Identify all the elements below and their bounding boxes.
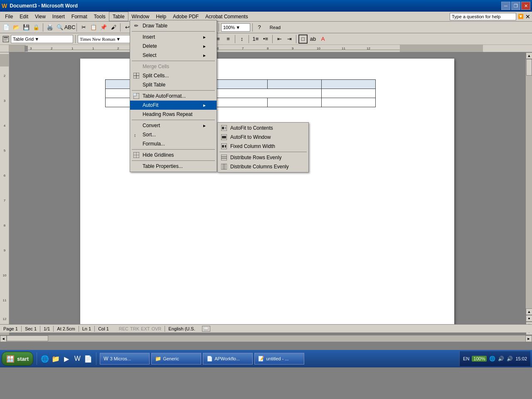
minimize-button[interactable]: ─ [501, 2, 510, 10]
menu-draw-table[interactable]: ✏ Draw Table [130, 21, 217, 30]
font-dropdown[interactable]: Times New Roman ▼ [78, 35, 136, 43]
menu-insert[interactable]: Insert ► [130, 32, 217, 42]
svg-text:11: 11 [2, 298, 6, 302]
table-cell[interactable] [322, 98, 376, 107]
taskbar-acrobat-icon[interactable]: 📄 [84, 354, 93, 363]
scroll-page-up[interactable]: ▲ [526, 308, 532, 315]
taskbar-media-icon[interactable]: ▶ [62, 354, 71, 363]
hscroll-left-btn[interactable]: ◄ [0, 335, 7, 342]
permission-button[interactable]: 🔒 [32, 23, 41, 32]
numbered-list-button[interactable]: 1≡ [251, 34, 260, 44]
menu-autofit-window[interactable]: AutoFit to Window [218, 133, 308, 142]
status-sep1 [21, 326, 22, 332]
menu-fixed-column-width[interactable]: Fixed Column Width [218, 142, 308, 151]
insert-icon [133, 33, 140, 41]
open-button[interactable]: 📂 [12, 23, 21, 32]
table-cell[interactable] [322, 89, 376, 98]
menu-format[interactable]: Format [68, 12, 91, 21]
menu-distribute-columns[interactable]: Distribute Columns Evenly [218, 162, 308, 171]
menu-distribute-rows[interactable]: Distribute Rows Evenly [218, 153, 308, 162]
taskbar-word-window[interactable]: W 3 Micros... [100, 353, 150, 365]
menu-split-table[interactable]: Split Table [130, 80, 217, 89]
print-button[interactable]: 🖨️ [45, 23, 54, 32]
menu-file[interactable]: File [2, 12, 16, 21]
table-cell[interactable] [322, 80, 376, 89]
svg-text:5: 5 [3, 149, 5, 153]
read-button[interactable]: Read [265, 23, 286, 32]
increase-indent-button[interactable]: ⇥ [285, 34, 294, 44]
outside-border-button[interactable]: □ [298, 34, 308, 44]
style-dropdown[interactable]: Table Grid ▼ [11, 35, 73, 43]
scroll-track[interactable] [526, 59, 532, 308]
menu-heading-rows-repeat[interactable]: Heading Rows Repeat [130, 110, 217, 119]
justify-button[interactable]: ≡ [224, 34, 233, 44]
scroll-thumb[interactable] [526, 59, 532, 76]
start-button[interactable]: 🪟 start [2, 352, 33, 366]
spell-check-button[interactable]: ABC [65, 23, 74, 32]
paste-button[interactable]: 📌 [99, 23, 108, 32]
save-button[interactable]: 💾 [22, 23, 31, 32]
menu-sort[interactable]: ↕ Sort... [130, 130, 217, 139]
bullet-list-button[interactable]: •≡ [261, 34, 270, 44]
copy-button[interactable]: 📋 [89, 23, 98, 32]
hscroll-right-btn[interactable]: ► [525, 335, 532, 342]
menu-delete[interactable]: Delete ► [130, 42, 217, 51]
help-search-icon[interactable]: 🔽 [518, 14, 524, 19]
menu-table[interactable]: Table [109, 12, 128, 21]
menu-table-autoformat[interactable]: Table AutoFormat... [130, 91, 217, 101]
volume-icon[interactable]: 🔊 [498, 356, 504, 362]
status-sep6 [165, 326, 165, 332]
menu-convert[interactable]: Convert ► [130, 121, 217, 130]
menu-autofit[interactable]: AutoFit ► [130, 101, 217, 110]
hscroll-track[interactable] [7, 335, 525, 342]
menu-split-cells[interactable]: Split Cells... [130, 71, 217, 80]
taskbar-ie-icon[interactable]: 🌐 [40, 354, 49, 363]
menu-table-properties[interactable]: Table Properties... [130, 162, 217, 171]
restore-button[interactable]: ❐ [511, 2, 520, 10]
help-close-icon[interactable]: ✕ [525, 13, 530, 20]
cut-button[interactable]: ✂ [79, 23, 88, 32]
fixed-width-icon [220, 143, 228, 150]
lang-indicator[interactable]: EN [463, 356, 469, 361]
taskbar-apworkflow-window[interactable]: 📄 APWorkflo... [203, 353, 253, 365]
font-color-button[interactable]: A [318, 34, 328, 44]
svg-rect-1 [4, 37, 8, 38]
new-button[interactable]: 📄 [2, 23, 11, 32]
menu-autofit-contents[interactable]: AutoFit to Contents [218, 123, 308, 133]
close-button[interactable]: ✕ [521, 2, 530, 10]
help-button[interactable]: ? [255, 23, 264, 32]
status-page: Page 1 [3, 326, 18, 331]
taskbar-word-icon2[interactable]: W [73, 354, 82, 363]
style-value: Table Grid [13, 37, 34, 42]
scroll-up-button[interactable]: ▲ [526, 52, 532, 59]
table-cell[interactable] [268, 98, 322, 107]
menu-sep4 [132, 120, 215, 120]
vertical-scrollbar[interactable]: ▲ ▲ ● ▼ ▼ [525, 52, 532, 335]
decrease-indent-button[interactable]: ⇤ [275, 34, 284, 44]
taskbar-generic-window[interactable]: 📁 Generic [151, 353, 201, 365]
print-preview-button[interactable]: 🔍 [55, 23, 64, 32]
hscroll-thumb[interactable] [7, 335, 48, 341]
highlight-button[interactable]: ab [308, 34, 318, 44]
menu-edit[interactable]: Edit [16, 12, 32, 21]
status-ovr: OVR [151, 326, 161, 331]
zoom-dropdown[interactable]: 100% ▼ [221, 23, 250, 32]
svg-text:1: 1 [71, 47, 74, 50]
table-cell[interactable] [268, 80, 322, 89]
menu-view[interactable]: View [32, 12, 49, 21]
table-cell[interactable] [214, 80, 268, 89]
table-cell[interactable] [214, 89, 322, 98]
ruler: 3 2 1 1 2 3 4 5 6 7 8 9 10 11 12 [0, 45, 532, 52]
taskbar-folder-icon[interactable]: 📁 [51, 354, 60, 363]
format-painter-button[interactable]: 🖌 [109, 23, 118, 32]
line-spacing-button[interactable]: ↕ [237, 34, 246, 44]
menu-select[interactable]: Select ► [130, 51, 217, 60]
help-search-input[interactable] [450, 13, 516, 20]
menu-hide-gridlines[interactable]: Hide Gridlines [130, 150, 217, 160]
table-cell[interactable] [214, 98, 268, 107]
taskbar-untitled-window[interactable]: 📝 untitled - ... [254, 353, 304, 365]
menu-formula[interactable]: Formula... [130, 139, 217, 148]
sep15 [249, 35, 249, 43]
menu-insert[interactable]: Insert [49, 12, 68, 21]
menu-tools[interactable]: Tools [91, 12, 109, 21]
